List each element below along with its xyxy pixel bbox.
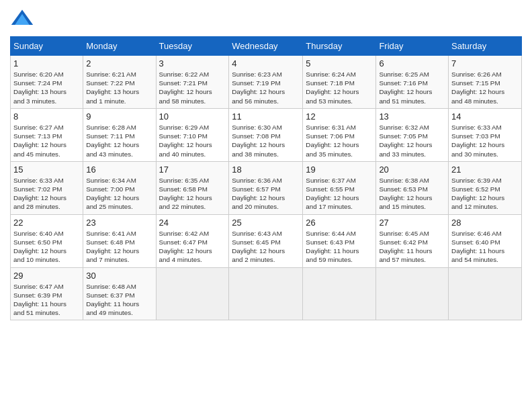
day-number: 4 [232, 58, 300, 68]
day-info: Sunrise: 6:26 AM Sunset: 7:15 PM Dayligh… [451, 70, 519, 105]
day-number: 14 [451, 111, 519, 122]
day-info: Sunrise: 6:42 AM Sunset: 6:47 PM Dayligh… [159, 229, 226, 265]
day-number: 15 [13, 165, 80, 175]
day-cell: 8Sunrise: 6:27 AM Sunset: 7:13 PM Daylig… [11, 108, 83, 161]
day-cell [303, 267, 376, 320]
day-cell: 13Sunrise: 6:32 AM Sunset: 7:05 PM Dayli… [376, 108, 449, 161]
day-info: Sunrise: 6:28 AM Sunset: 7:11 PM Dayligh… [86, 123, 152, 158]
day-cell: 24Sunrise: 6:42 AM Sunset: 6:47 PM Dayli… [156, 214, 229, 267]
day-cell: 30Sunrise: 6:48 AM Sunset: 6:37 PM Dayli… [83, 267, 156, 320]
calendar-header: SundayMondayTuesdayWednesdayThursdayFrid… [11, 37, 522, 56]
day-cell: 22Sunrise: 6:40 AM Sunset: 6:50 PM Dayli… [11, 214, 83, 267]
weekday-sunday: Sunday [11, 37, 83, 56]
day-number: 28 [451, 218, 519, 228]
header [10, 7, 522, 31]
day-info: Sunrise: 6:37 AM Sunset: 6:55 PM Dayligh… [306, 176, 373, 212]
weekday-monday: Monday [83, 37, 156, 56]
day-number: 11 [232, 111, 300, 122]
day-info: Sunrise: 6:40 AM Sunset: 6:50 PM Dayligh… [13, 229, 80, 265]
weekday-saturday: Saturday [449, 37, 522, 56]
day-info: Sunrise: 6:48 AM Sunset: 6:37 PM Dayligh… [86, 282, 152, 318]
day-info: Sunrise: 6:21 AM Sunset: 7:22 PM Dayligh… [86, 70, 152, 105]
day-info: Sunrise: 6:33 AM Sunset: 7:03 PM Dayligh… [451, 123, 519, 158]
day-number: 9 [86, 111, 152, 122]
day-cell: 18Sunrise: 6:36 AM Sunset: 6:57 PM Dayli… [229, 161, 303, 214]
day-number: 18 [232, 165, 300, 175]
day-cell: 2Sunrise: 6:21 AM Sunset: 7:22 PM Daylig… [83, 56, 156, 109]
day-cell: 23Sunrise: 6:41 AM Sunset: 6:48 PM Dayli… [83, 214, 156, 267]
day-cell: 20Sunrise: 6:38 AM Sunset: 6:53 PM Dayli… [376, 161, 449, 214]
weekday-row: SundayMondayTuesdayWednesdayThursdayFrid… [11, 37, 522, 56]
day-info: Sunrise: 6:44 AM Sunset: 6:43 PM Dayligh… [306, 229, 373, 265]
day-info: Sunrise: 6:30 AM Sunset: 7:08 PM Dayligh… [232, 123, 300, 158]
day-number: 5 [306, 58, 373, 68]
calendar-body: 1Sunrise: 6:20 AM Sunset: 7:24 PM Daylig… [11, 56, 522, 320]
day-cell: 12Sunrise: 6:31 AM Sunset: 7:06 PM Dayli… [303, 108, 376, 161]
day-info: Sunrise: 6:45 AM Sunset: 6:42 PM Dayligh… [379, 229, 445, 265]
day-cell: 11Sunrise: 6:30 AM Sunset: 7:08 PM Dayli… [229, 108, 303, 161]
weekday-wednesday: Wednesday [229, 37, 303, 56]
week-row-5: 29Sunrise: 6:47 AM Sunset: 6:39 PM Dayli… [11, 267, 522, 320]
day-number: 2 [86, 58, 152, 68]
day-number: 13 [379, 111, 445, 122]
logo-icon [10, 7, 34, 31]
day-info: Sunrise: 6:47 AM Sunset: 6:39 PM Dayligh… [13, 282, 80, 318]
day-number: 1 [13, 58, 80, 68]
day-number: 22 [13, 218, 80, 228]
day-info: Sunrise: 6:33 AM Sunset: 7:02 PM Dayligh… [13, 176, 80, 212]
day-cell: 26Sunrise: 6:44 AM Sunset: 6:43 PM Dayli… [303, 214, 376, 267]
day-info: Sunrise: 6:36 AM Sunset: 6:57 PM Dayligh… [232, 176, 300, 212]
day-cell [229, 267, 303, 320]
day-number: 23 [86, 218, 152, 228]
day-cell: 3Sunrise: 6:22 AM Sunset: 7:21 PM Daylig… [156, 56, 229, 109]
day-cell [449, 267, 522, 320]
day-cell: 1Sunrise: 6:20 AM Sunset: 7:24 PM Daylig… [11, 56, 83, 109]
day-cell: 6Sunrise: 6:25 AM Sunset: 7:16 PM Daylig… [376, 56, 449, 109]
day-number: 26 [306, 218, 373, 228]
calendar: SundayMondayTuesdayWednesdayThursdayFrid… [10, 36, 522, 320]
day-info: Sunrise: 6:24 AM Sunset: 7:18 PM Dayligh… [306, 70, 373, 105]
page: SundayMondayTuesdayWednesdayThursdayFrid… [0, 0, 532, 411]
day-cell: 21Sunrise: 6:39 AM Sunset: 6:52 PM Dayli… [449, 161, 522, 214]
day-number: 19 [306, 165, 373, 175]
week-row-3: 15Sunrise: 6:33 AM Sunset: 7:02 PM Dayli… [11, 161, 522, 214]
day-info: Sunrise: 6:46 AM Sunset: 6:40 PM Dayligh… [451, 229, 519, 265]
day-info: Sunrise: 6:38 AM Sunset: 6:53 PM Dayligh… [379, 176, 445, 212]
day-cell: 15Sunrise: 6:33 AM Sunset: 7:02 PM Dayli… [11, 161, 83, 214]
day-number: 16 [86, 165, 152, 175]
day-info: Sunrise: 6:41 AM Sunset: 6:48 PM Dayligh… [86, 229, 152, 265]
day-info: Sunrise: 6:22 AM Sunset: 7:21 PM Dayligh… [159, 70, 226, 105]
day-info: Sunrise: 6:39 AM Sunset: 6:52 PM Dayligh… [451, 176, 519, 212]
day-number: 7 [451, 58, 519, 68]
day-info: Sunrise: 6:29 AM Sunset: 7:10 PM Dayligh… [159, 123, 226, 158]
day-cell [156, 267, 229, 320]
day-cell: 17Sunrise: 6:35 AM Sunset: 6:58 PM Dayli… [156, 161, 229, 214]
week-row-2: 8Sunrise: 6:27 AM Sunset: 7:13 PM Daylig… [11, 108, 522, 161]
logo [10, 7, 37, 31]
day-number: 29 [13, 271, 80, 281]
day-cell: 4Sunrise: 6:23 AM Sunset: 7:19 PM Daylig… [229, 56, 303, 109]
day-number: 30 [86, 271, 152, 281]
day-cell: 28Sunrise: 6:46 AM Sunset: 6:40 PM Dayli… [449, 214, 522, 267]
day-cell [376, 267, 449, 320]
day-number: 3 [159, 58, 226, 68]
day-number: 12 [306, 111, 373, 122]
day-info: Sunrise: 6:25 AM Sunset: 7:16 PM Dayligh… [379, 70, 445, 105]
day-info: Sunrise: 6:43 AM Sunset: 6:45 PM Dayligh… [232, 229, 300, 265]
week-row-1: 1Sunrise: 6:20 AM Sunset: 7:24 PM Daylig… [11, 56, 522, 109]
weekday-thursday: Thursday [303, 37, 376, 56]
day-number: 24 [159, 218, 226, 228]
day-cell: 9Sunrise: 6:28 AM Sunset: 7:11 PM Daylig… [83, 108, 156, 161]
day-cell: 29Sunrise: 6:47 AM Sunset: 6:39 PM Dayli… [11, 267, 83, 320]
weekday-friday: Friday [376, 37, 449, 56]
day-number: 6 [379, 58, 445, 68]
day-info: Sunrise: 6:23 AM Sunset: 7:19 PM Dayligh… [232, 70, 300, 105]
day-cell: 19Sunrise: 6:37 AM Sunset: 6:55 PM Dayli… [303, 161, 376, 214]
day-number: 8 [13, 111, 80, 122]
day-info: Sunrise: 6:34 AM Sunset: 7:00 PM Dayligh… [86, 176, 152, 212]
day-number: 21 [451, 165, 519, 175]
day-number: 17 [159, 165, 226, 175]
day-number: 10 [159, 111, 226, 122]
day-cell: 25Sunrise: 6:43 AM Sunset: 6:45 PM Dayli… [229, 214, 303, 267]
day-number: 25 [232, 218, 300, 228]
